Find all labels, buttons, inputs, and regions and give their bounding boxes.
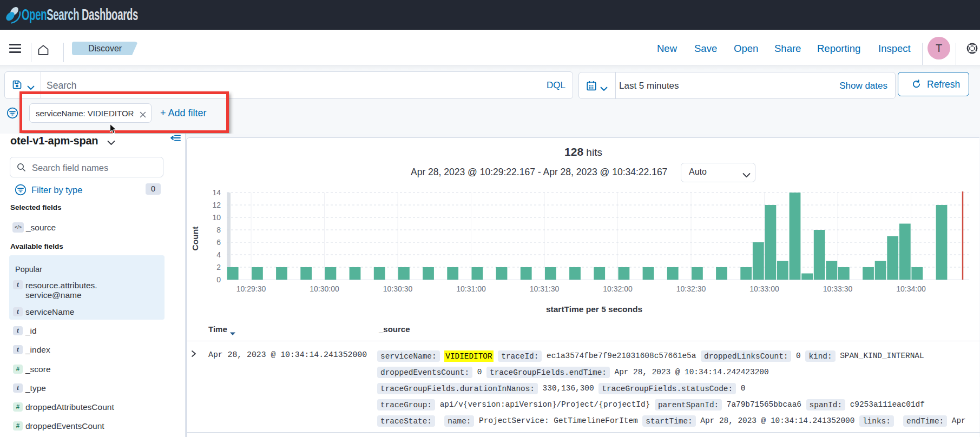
svg-text:startTime per 5 seconds: startTime per 5 seconds [546,304,642,314]
svg-text:10:33:00: 10:33:00 [749,284,779,293]
svg-text:10: 10 [212,213,221,222]
svg-text:10:29:30: 10:29:30 [236,284,266,293]
svg-text:2: 2 [216,263,221,272]
svg-text:10:31:30: 10:31:30 [530,284,560,293]
svg-text:10:32:30: 10:32:30 [676,284,706,293]
svg-text:10:30:00: 10:30:00 [310,284,339,293]
svg-text:10:31:00: 10:31:00 [456,284,486,293]
svg-text:10:30:30: 10:30:30 [383,284,413,293]
svg-text:10:34:00: 10:34:00 [896,284,926,293]
svg-text:Count: Count [190,227,200,251]
svg-text:10:33:30: 10:33:30 [823,284,853,293]
svg-text:12: 12 [212,201,221,209]
svg-text:6: 6 [216,238,221,247]
svg-text:8: 8 [216,226,221,234]
svg-text:4: 4 [216,250,221,259]
svg-text:10:32:00: 10:32:00 [603,284,633,293]
svg-text:14: 14 [212,188,221,197]
svg-text:0: 0 [216,275,221,284]
